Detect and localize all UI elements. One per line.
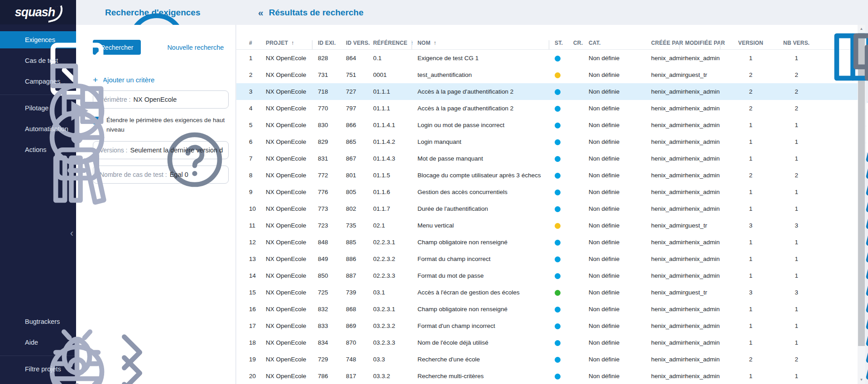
sidebar-collapse-icon[interactable]: ‹: [70, 228, 73, 238]
column-header-id-exi[interactable]: ID EXI.: [318, 40, 346, 46]
open-folder-button[interactable]: [840, 205, 848, 213]
open-folder-button[interactable]: [840, 339, 848, 346]
cell-reference: 02.2.3.3: [373, 272, 417, 279]
open-folder-button[interactable]: [840, 289, 848, 296]
table-row[interactable]: 6 NX OpenEcole 829 865 01.1.4.2 Login ma…: [236, 133, 863, 150]
column-header-creee-par[interactable]: CRÉÉE PAR: [651, 40, 685, 46]
table-row[interactable]: 5 NX OpenEcole 830 866 01.1.4.1 Login ou…: [236, 117, 863, 133]
column-header-projet[interactable]: PROJET↑: [266, 40, 318, 46]
open-folder-button[interactable]: [840, 372, 848, 380]
sidebar-item-exigences[interactable]: Exigences: [0, 31, 76, 48]
edit-pencil-button[interactable]: [822, 138, 830, 146]
column-header-version[interactable]: VERSION: [726, 40, 776, 46]
edit-pencil-button[interactable]: [822, 155, 830, 162]
edit-pencil-button[interactable]: [822, 356, 830, 363]
table-row[interactable]: 2 NX OpenEcole 731 751 0001 test_authent…: [236, 66, 863, 83]
column-header-reference[interactable]: RÉFÉRENCE↑: [373, 40, 417, 46]
new-search-link[interactable]: Nouvelle recherche: [167, 44, 224, 51]
table-row[interactable]: 16 NX OpenEcole 832 868 03.2.3.1 Champ o…: [236, 301, 863, 318]
edit-pencil-button[interactable]: [822, 322, 830, 330]
cell-category: Non définie: [589, 289, 651, 296]
table-row[interactable]: 19 NX OpenEcole 729 748 03.3 Recherche d…: [236, 351, 863, 368]
edit-pencil-button[interactable]: [822, 255, 830, 263]
edit-pencil-button[interactable]: [822, 205, 830, 213]
cell-name: Nom de l'école déjà utilisé: [417, 339, 555, 346]
table-row[interactable]: 9 NX OpenEcole 776 805 01.1.6 Gestion de…: [236, 184, 863, 200]
open-folder-button[interactable]: [840, 171, 848, 179]
app-logo[interactable]: squash: [0, 0, 76, 24]
table-row[interactable]: 4 NX OpenEcole 770 797 01.1.1 Accès à la…: [236, 100, 863, 117]
cell-created-by: henix_admin: [651, 239, 685, 246]
table-row[interactable]: 10 NX OpenEcole 773 802 01.1.7 Durée de …: [236, 200, 863, 217]
results-table-header: #PROJET↑ID EXI.ID VERS.RÉFÉRENCE↑NOM↑ST.…: [236, 36, 863, 50]
column-header-num[interactable]: #: [249, 40, 266, 46]
table-row[interactable]: 11 NX OpenEcole 723 735 02.1 Menu vertic…: [236, 217, 863, 234]
table-row[interactable]: 7 NX OpenEcole 831 867 01.1.4.3 Mot de p…: [236, 150, 863, 167]
open-folder-button[interactable]: [840, 322, 848, 330]
table-row[interactable]: 12 NX OpenEcole 848 885 02.2.3.1 Champ o…: [236, 234, 863, 251]
export-icon[interactable]: [842, 23, 852, 33]
sidebar-item-bugtrackers[interactable]: Bugtrackers: [0, 313, 76, 330]
edit-pencil-button[interactable]: [822, 222, 830, 229]
open-folder-button[interactable]: [840, 121, 848, 129]
table-row[interactable]: 15 NX OpenEcole 725 739 03.1 Accès à l'é…: [236, 284, 863, 301]
open-folder-button[interactable]: [840, 255, 848, 263]
cell-row-number: 12: [249, 239, 266, 246]
open-folder-button[interactable]: [840, 356, 848, 363]
edit-pencil-button[interactable]: [822, 238, 830, 246]
edit-pencil-button[interactable]: [822, 188, 830, 196]
cell-row-number: 6: [249, 138, 266, 145]
results-table: #PROJET↑ID EXI.ID VERS.RÉFÉRENCE↑NOM↑ST.…: [236, 25, 863, 384]
edit-pencil-button[interactable]: [822, 121, 830, 129]
open-folder-button[interactable]: [840, 138, 848, 146]
results-title: Résultats de recherche: [269, 8, 364, 18]
column-header-nom[interactable]: NOM↑: [417, 40, 555, 46]
open-folder-button[interactable]: [840, 188, 848, 196]
open-folder-button[interactable]: [840, 238, 848, 246]
cell-created-by: henix_admin: [651, 71, 685, 78]
column-header-cr[interactable]: CR.: [573, 40, 589, 46]
open-folder-button[interactable]: [840, 272, 848, 280]
back-button[interactable]: [89, 7, 99, 18]
table-row[interactable]: 1 NX OpenEcole 828 864 0.1 Exigence de t…: [236, 50, 863, 66]
edit-pencil-button[interactable]: [822, 305, 830, 313]
cell-reference: 01.1.4.3: [373, 155, 417, 162]
results-panel-toggle[interactable]: « Résultats de recherche: [258, 7, 364, 18]
row-actions: [817, 205, 853, 213]
edit-pencil-button[interactable]: [822, 372, 830, 380]
attach-to-selection-icon[interactable]: [809, 23, 819, 33]
remove-criteria-icon[interactable]: [215, 171, 223, 179]
open-folder-button[interactable]: [840, 104, 848, 112]
double-chevron-left-icon: «: [258, 7, 264, 18]
table-row[interactable]: 18 NX OpenEcole 834 870 03.2.3.3 Nom de …: [236, 334, 863, 351]
open-folder-button[interactable]: [840, 305, 848, 313]
open-folder-button[interactable]: [840, 155, 848, 162]
column-header-cat[interactable]: CAT.: [589, 40, 651, 46]
edit-pencil-button[interactable]: [822, 272, 830, 280]
scrollbar-down-arrow[interactable]: ▼: [858, 376, 865, 383]
cell-version: 3: [726, 289, 776, 296]
sidebar-item-label: Actions: [25, 146, 47, 153]
edit-pencil-button[interactable]: [822, 289, 830, 296]
column-header-st[interactable]: ST.: [555, 40, 573, 46]
table-row[interactable]: 17 NX OpenEcole 833 869 03.2.3.2 Format …: [236, 318, 863, 334]
edit-pencil-button[interactable]: [822, 339, 830, 346]
milestone-flag-icon[interactable]: [825, 23, 835, 33]
cell-modified-by: henix_admin: [685, 189, 726, 195]
cell-reference: 01.1.6: [373, 189, 417, 195]
chevron-right-icon: [63, 339, 70, 346]
status-dot-yellow: [555, 71, 573, 78]
row-actions: [817, 372, 853, 380]
configure-columns-icon[interactable]: [793, 23, 803, 33]
edit-pencil-button[interactable]: [822, 171, 830, 179]
open-folder-button[interactable]: [840, 222, 848, 229]
cell-version: 1: [726, 189, 776, 195]
table-row[interactable]: 14 NX OpenEcole 850 887 02.2.3.3 Format …: [236, 267, 863, 284]
column-header-id-vers[interactable]: ID VERS.: [346, 40, 373, 46]
table-row[interactable]: 13 NX OpenEcole 849 886 02.2.3.2 Format …: [236, 251, 863, 267]
table-row[interactable]: 3 NX OpenEcole 718 727 01.1.1 Accès à la…: [236, 83, 863, 100]
edit-pencil-button[interactable]: [822, 104, 830, 112]
cell-id-exigence: 776: [318, 189, 346, 195]
table-row[interactable]: 20 NX OpenEcole 786 817 03.3.2 Recherche…: [236, 368, 863, 384]
table-row[interactable]: 8 NX OpenEcole 772 801 01.1.5 Blocage du…: [236, 167, 863, 184]
